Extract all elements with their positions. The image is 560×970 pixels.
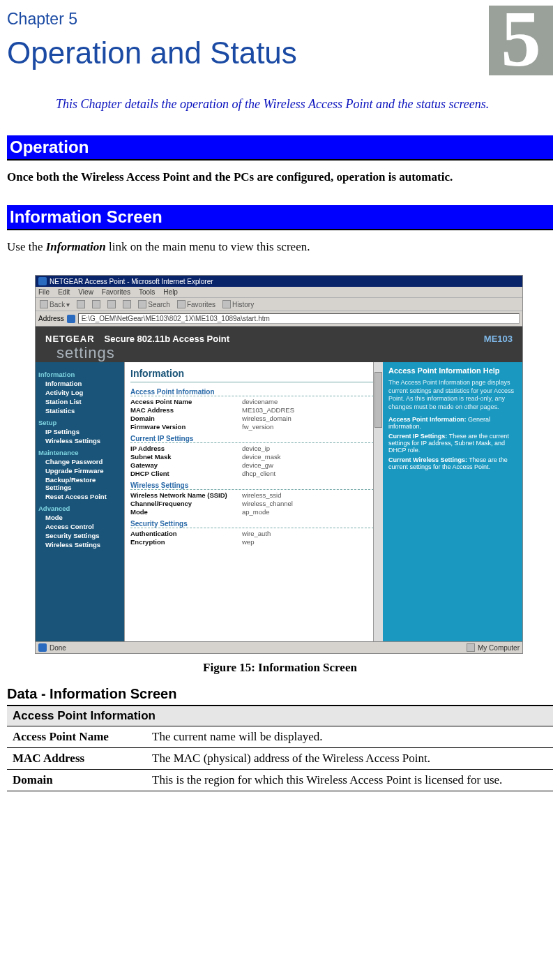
banner-settings: settings	[36, 344, 522, 362]
menu-help[interactable]: Help	[163, 288, 178, 296]
row-key-2: Domain	[7, 770, 146, 791]
home-icon[interactable]	[123, 300, 131, 308]
grp-0-label: Access Point Information	[130, 388, 377, 396]
nav-mode[interactable]: Mode	[45, 514, 121, 521]
scr-banner: NETGEAR Secure 802.11b Access Point ME10…	[36, 327, 522, 344]
scr-menubar: File Edit View Favorites Tools Help	[36, 287, 522, 298]
nav-reset-ap[interactable]: Reset Access Point	[45, 493, 121, 500]
grp-2-label: Wireless Settings	[130, 482, 377, 490]
status-zone: My Computer	[478, 644, 520, 652]
forward-icon[interactable]	[77, 300, 85, 308]
menu-favorites[interactable]: Favorites	[102, 288, 130, 296]
nav-station-list[interactable]: Station List	[45, 398, 121, 405]
scr-body: Information Information Activity Log Sta…	[36, 362, 522, 641]
operation-body: Once both the Wireless Access Point and …	[7, 170, 553, 184]
row-mac: MAC AddressME103_ADDRES	[130, 406, 377, 414]
figure-caption: Figure 15: Information Screen	[7, 661, 553, 675]
chapter-intro: This Chapter details the operation of th…	[56, 97, 516, 112]
row-dhcp: DHCP Clientdhcp_client	[130, 470, 377, 477]
scr-address-bar: Address E:\G_OEM\NetGear\ME103\802_1X\ME…	[36, 311, 522, 327]
nav-access-control[interactable]: Access Control	[45, 523, 121, 530]
nav-statistics[interactable]: Statistics	[45, 407, 121, 415]
scr-status-bar: Done My Computer	[36, 641, 522, 653]
row-enc: Encryptionwep	[130, 538, 377, 546]
row-channel: Channel/Frequencywireless_channel	[130, 500, 377, 507]
nav-upgrade-firmware[interactable]: Upgrade Firmware	[45, 467, 121, 475]
settings-text: settings	[56, 344, 115, 361]
nav-backup-restore[interactable]: Backup/Restore Settings	[45, 476, 121, 491]
row-key-0: Access Point Name	[7, 726, 146, 748]
grp-1-label: Current IP Settings	[130, 435, 377, 443]
computer-icon	[467, 643, 475, 652]
help-item-0: Access Point Information: General inform…	[388, 416, 517, 430]
menu-edit[interactable]: Edit	[58, 288, 70, 296]
scr-main-panel: Information Access Point Information Acc…	[125, 362, 383, 641]
scr-titlebar: NETGEAR Access Point - Microsoft Interne…	[36, 276, 522, 287]
data-table-title: Access Point Information	[7, 706, 553, 726]
data-table: Access Point Information Access Point Na…	[7, 705, 553, 791]
info-screen-body: Use the Information link on the main men…	[7, 240, 553, 254]
chapter-number-badge: 5	[489, 6, 553, 75]
row-ip: IP Addressdevice_ip	[130, 445, 377, 452]
data-table-heading: Data - Information Screen	[7, 686, 553, 702]
favorites-icon	[177, 300, 186, 308]
panel-title: Information	[130, 368, 377, 382]
menu-file[interactable]: File	[38, 288, 50, 296]
menu-tools[interactable]: Tools	[139, 288, 155, 296]
table-row: Domain This is the region for which this…	[7, 770, 553, 791]
status-done: Done	[50, 644, 66, 652]
row-ssid: Wireless Network Name (SSID)wireless_ssi…	[130, 491, 377, 499]
row-val-2: This is the region for which this Wirele…	[146, 770, 553, 791]
info-body-pre: Use the	[7, 240, 46, 253]
row-mask: Subnet Maskdevice_mask	[130, 453, 377, 461]
help-item-1: Current IP Settings: These are the curre…	[388, 433, 517, 454]
menu-view[interactable]: View	[78, 288, 93, 296]
nav-activity-log[interactable]: Activity Log	[45, 389, 121, 396]
table-row: Access Point Name The current name will …	[7, 726, 553, 748]
chapter-label: Chapter 5	[7, 10, 553, 29]
refresh-icon[interactable]	[107, 300, 116, 308]
history-icon	[222, 300, 231, 308]
info-body-post: link on the main menu to view this scree…	[106, 240, 310, 253]
info-body-link: Information	[46, 240, 106, 253]
tb-history[interactable]: History	[222, 300, 254, 308]
nav-information[interactable]: Information	[45, 380, 121, 387]
row-domain: Domainwireless_domain	[130, 415, 377, 422]
scr-help-panel: Access Point Information Help The Access…	[383, 362, 522, 641]
search-icon	[138, 300, 146, 308]
banner-model: ME103	[484, 334, 513, 344]
tb-search[interactable]: Search	[138, 300, 170, 308]
back-icon	[40, 300, 48, 308]
nav-security-settings[interactable]: Security Settings	[45, 532, 121, 539]
main-scrollbar[interactable]	[373, 362, 383, 641]
stop-icon[interactable]	[92, 300, 100, 308]
row-gw: Gatewaydevice_gw	[130, 461, 377, 469]
section-heading-operation: Operation	[7, 135, 553, 161]
page-icon	[67, 315, 75, 323]
scr-nav: Information Information Activity Log Sta…	[36, 362, 125, 641]
address-input[interactable]: E:\G_OEM\NetGear\ME103\802_1X\ME103_1089…	[78, 313, 520, 324]
help-intro: The Access Point Information page displa…	[388, 379, 517, 412]
done-icon	[38, 643, 47, 652]
scr-toolbar: Back ▾ Search Favorites History	[36, 298, 522, 311]
scrollbar-thumb[interactable]	[374, 372, 382, 428]
tb-back[interactable]: Back ▾	[40, 300, 70, 308]
row-auth: Authenticationwire_auth	[130, 530, 377, 537]
addr-label: Address	[38, 315, 64, 322]
nav-grp-2: Maintenance	[38, 449, 121, 456]
nav-change-password[interactable]: Change Password	[45, 458, 121, 465]
nav-ip-settings[interactable]: IP Settings	[45, 428, 121, 435]
help-item-2: Current Wireless Settings: These are the…	[388, 456, 517, 470]
nav-grp-3: Advanced	[38, 505, 121, 512]
brand-logo: NETGEAR	[45, 334, 95, 344]
grp-3-label: Security Settings	[130, 520, 377, 528]
nav-wireless-settings[interactable]: Wireless Settings	[45, 437, 121, 445]
help-title: Access Point Information Help	[388, 366, 517, 375]
row-val-0: The current name will be displayed.	[146, 726, 553, 748]
banner-title: Secure 802.11b Access Point	[105, 334, 229, 344]
nav-grp-0: Information	[38, 371, 121, 378]
tb-favorites[interactable]: Favorites	[177, 300, 215, 308]
chapter-title: Operation and Status	[7, 36, 553, 70]
nav-wireless-settings-adv[interactable]: Wireless Settings	[45, 541, 121, 549]
row-key-1: MAC Address	[7, 748, 146, 770]
